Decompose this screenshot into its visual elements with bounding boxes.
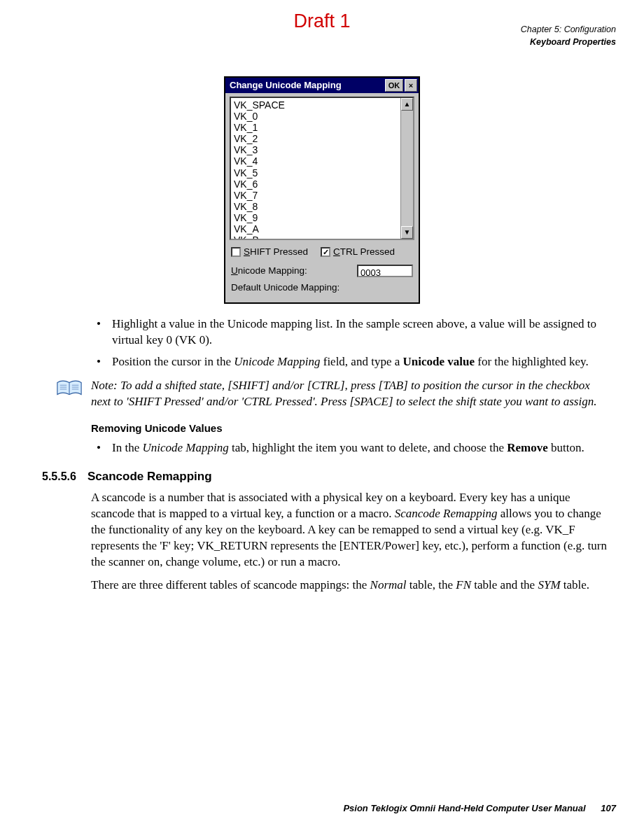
scroll-track[interactable]: [401, 111, 413, 226]
note-text: To add a shifted state, [SHIFT] and/or […: [91, 379, 596, 408]
list-item[interactable]: VK_9: [234, 212, 398, 223]
list-item[interactable]: VK_8: [234, 201, 398, 212]
footer-text: Psion Teklogix Omnii Hand-Held Computer …: [343, 803, 585, 813]
bullet-item: In the Unicode Mapping tab, highlight th…: [91, 440, 609, 456]
ctrl-pressed-label: CTRL Pressed: [333, 246, 395, 258]
list-item[interactable]: VK_A: [234, 223, 398, 234]
bullet-item: Position the cursor in the Unicode Mappi…: [91, 354, 609, 370]
paragraph: There are three different tables of scan…: [91, 578, 609, 594]
unicode-mapping-label: Unicode Mapping:: [231, 265, 307, 277]
bullet-item: Highlight a value in the Unicode mapping…: [91, 316, 609, 349]
ctrl-pressed-checkbox[interactable]: ✓: [321, 247, 330, 257]
page-number: 107: [601, 803, 616, 813]
scroll-down-icon[interactable]: ▼: [401, 226, 413, 239]
book-icon: [56, 379, 83, 398]
scroll-up-icon[interactable]: ▲: [401, 98, 413, 111]
listbox-scrollbar[interactable]: ▲ ▼: [400, 98, 413, 239]
page-footer: Psion Teklogix Omnii Hand-Held Computer …: [343, 802, 616, 815]
shift-pressed-label: SHIFT Pressed: [244, 246, 308, 258]
list-item[interactable]: VK_6: [234, 178, 398, 190]
dialog-titlebar: Change Unicode Mapping OK ×: [225, 78, 419, 93]
unicode-mapping-dialog: Change Unicode Mapping OK × VK_SPACE VK_…: [224, 76, 420, 304]
paragraph: A scancode is a number that is associate…: [91, 490, 609, 570]
section-number: 5.5.5.6: [42, 469, 76, 484]
dialog-title: Change Unicode Mapping: [230, 79, 384, 92]
ok-button[interactable]: OK: [385, 79, 403, 92]
shift-pressed-checkbox[interactable]: [231, 247, 241, 257]
vk-listbox[interactable]: VK_SPACE VK_0 VK_1 VK_2 VK_3 VK_4 VK_5 V…: [231, 98, 400, 239]
list-item[interactable]: VK_SPACE: [234, 99, 398, 111]
section-title: Scancode Remapping: [88, 469, 212, 485]
note-block: Note: To add a shifted state, [SHIFT] an…: [56, 378, 609, 410]
list-item[interactable]: VK_1: [234, 122, 398, 133]
close-button[interactable]: ×: [405, 79, 417, 92]
section-line: Keyboard Properties: [28, 36, 616, 49]
list-item[interactable]: VK_2: [234, 133, 398, 144]
note-label: Note:: [91, 379, 118, 392]
removing-heading: Removing Unicode Values: [91, 421, 609, 435]
list-item[interactable]: VK_5: [234, 167, 398, 178]
draft-watermark: Draft 1: [293, 8, 350, 34]
default-mapping-label: Default Unicode Mapping:: [231, 281, 340, 294]
list-item[interactable]: VK_B: [234, 234, 398, 239]
list-item[interactable]: VK_0: [234, 111, 398, 122]
unicode-mapping-input[interactable]: 0003: [357, 265, 413, 277]
list-item[interactable]: VK_3: [234, 144, 398, 155]
list-item[interactable]: VK_4: [234, 155, 398, 167]
list-item[interactable]: VK_7: [234, 190, 398, 201]
